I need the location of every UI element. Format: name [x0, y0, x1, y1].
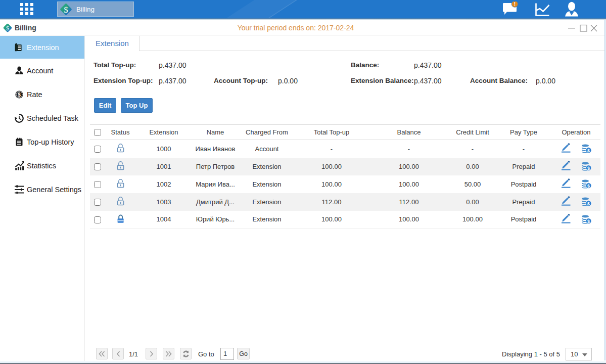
svg-text:$: $ [18, 92, 21, 98]
svg-text:$: $ [587, 201, 590, 206]
svg-text:$: $ [587, 148, 590, 153]
svg-text:$: $ [64, 5, 68, 14]
svg-text:$: $ [587, 166, 590, 171]
svg-text:$: $ [587, 219, 590, 224]
svg-text:!: ! [514, 2, 516, 7]
svg-text:$: $ [587, 184, 590, 189]
